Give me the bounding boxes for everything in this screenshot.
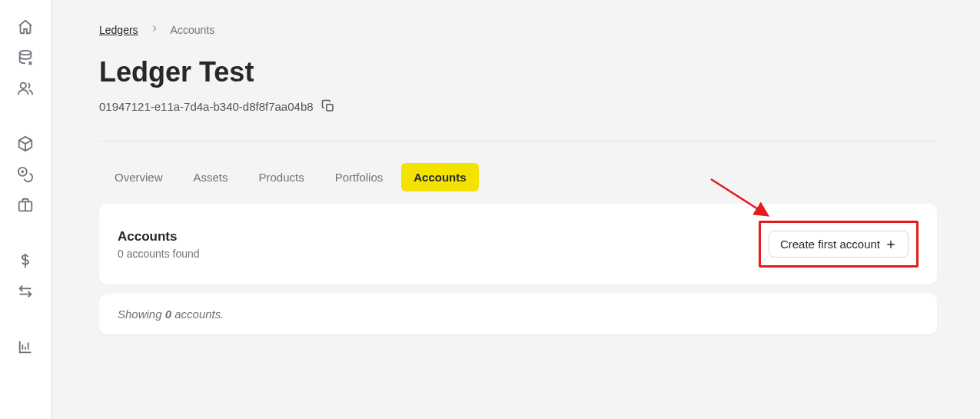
tab-products[interactable]: Products	[247, 163, 317, 191]
breadcrumb-current: Accounts	[171, 24, 215, 36]
tab-overview[interactable]: Overview	[102, 163, 175, 191]
svg-point-1	[21, 83, 26, 88]
panel-title: Accounts	[118, 229, 200, 244]
coins-icon[interactable]	[17, 166, 34, 183]
page-title: Ledger Test	[99, 56, 937, 88]
breadcrumb-parent[interactable]: Ledgers	[99, 24, 138, 36]
breadcrumb: Ledgers Accounts	[99, 23, 937, 36]
panel-header: Accounts 0 accounts found	[118, 229, 200, 260]
bar-chart-icon[interactable]	[17, 338, 34, 355]
users-icon[interactable]	[17, 80, 34, 97]
ledger-id: 01947121-e11a-7d4a-b340-d8f8f7aa04b8	[99, 100, 314, 113]
chevron-right-icon	[149, 23, 160, 36]
svg-rect-4	[326, 105, 332, 111]
status-prefix: Showing	[118, 308, 165, 321]
divider	[99, 141, 937, 141]
svg-point-0	[20, 51, 32, 55]
sidebar	[0, 0, 51, 419]
tab-portfolios[interactable]: Portfolios	[323, 163, 396, 191]
status-suffix: accounts.	[171, 308, 224, 321]
briefcase-icon[interactable]	[17, 197, 34, 214]
main-content: Ledgers Accounts Ledger Test 01947121-e1…	[51, 0, 980, 419]
ledger-id-row: 01947121-e11a-7d4a-b340-d8f8f7aa04b8	[99, 99, 937, 113]
accounts-panel: Accounts 0 accounts found Create first a…	[99, 204, 937, 284]
create-button-label: Create first account	[780, 238, 880, 251]
annotation-highlight: Create first account	[759, 221, 919, 268]
tab-accounts[interactable]: Accounts	[401, 163, 478, 191]
tab-assets[interactable]: Assets	[181, 163, 241, 191]
plus-icon	[885, 238, 897, 251]
copy-icon[interactable]	[321, 99, 335, 113]
status-panel: Showing 0 accounts.	[99, 294, 937, 334]
cube-icon[interactable]	[17, 135, 34, 152]
panel-subtitle: 0 accounts found	[118, 248, 200, 260]
status-count: 0	[165, 308, 171, 321]
create-first-account-button[interactable]: Create first account	[769, 231, 909, 258]
dollar-icon[interactable]	[17, 252, 34, 269]
tab-bar: Overview Assets Products Portfolios Acco…	[99, 163, 937, 191]
transfer-icon[interactable]	[17, 283, 34, 300]
database-icon[interactable]	[17, 49, 34, 66]
home-icon[interactable]	[17, 18, 34, 35]
